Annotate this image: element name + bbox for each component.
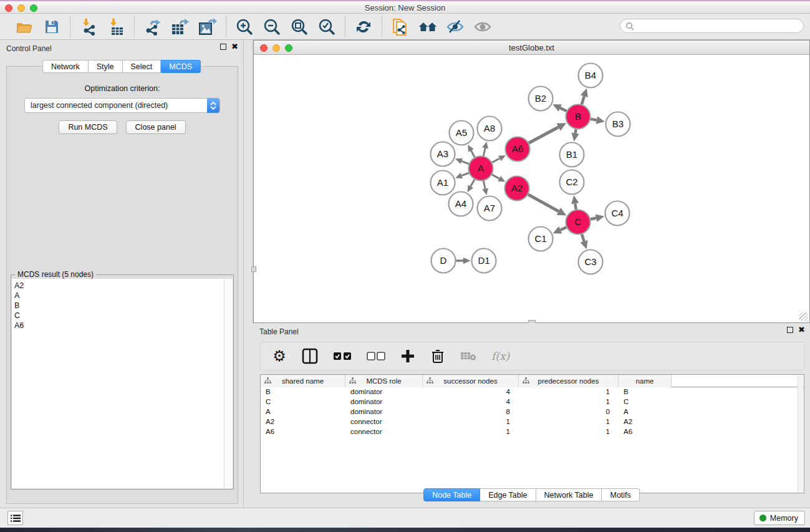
result-scrollbar[interactable] xyxy=(224,279,233,488)
zoom-fit-icon[interactable] xyxy=(290,17,309,36)
graph-edge-A-A1[interactable] xyxy=(461,173,469,175)
mcds-result-list[interactable]: A2ABCA6 xyxy=(12,279,224,488)
result-item-b[interactable]: B xyxy=(14,301,224,311)
delete-table-icon[interactable] xyxy=(460,347,476,365)
search-input[interactable] xyxy=(637,22,803,31)
close-panel-button[interactable]: Close panel xyxy=(126,120,186,134)
table-row-A[interactable]: Adominator80A xyxy=(261,407,804,417)
tab-mcds[interactable]: MCDS xyxy=(161,60,201,73)
graph-edge-A2-C[interactable] xyxy=(528,195,559,211)
tab-network-table[interactable]: Network Table xyxy=(536,488,602,501)
table-settings-gear-icon[interactable]: ⚙ xyxy=(272,347,287,365)
cell-name[interactable]: A xyxy=(619,407,672,417)
result-item-a2[interactable]: A2 xyxy=(14,281,224,291)
column-header-MCDS-role[interactable]: MCDS role xyxy=(345,375,423,387)
cell-successor-nodes[interactable]: 1 xyxy=(423,427,519,437)
home-icon[interactable] xyxy=(418,17,437,36)
cell-name[interactable]: A6 xyxy=(619,427,672,437)
cell-name[interactable]: A2 xyxy=(619,417,672,427)
tab-edge-table[interactable]: Edge Table xyxy=(480,488,536,501)
function-builder-icon[interactable]: f(x) xyxy=(491,347,509,365)
graph-edge-A-A4[interactable] xyxy=(471,180,475,186)
cell-successor-nodes[interactable]: 4 xyxy=(423,397,519,407)
cell-name[interactable]: C xyxy=(619,397,672,407)
network-window-titlebar[interactable]: testGlobe.txt xyxy=(254,41,809,55)
float-panel-icon[interactable] xyxy=(220,44,226,50)
zoom-in-icon[interactable] xyxy=(235,17,254,36)
result-item-a[interactable]: A xyxy=(14,291,224,301)
column-header-successor-nodes[interactable]: successor nodes xyxy=(423,375,519,387)
network-graph[interactable]: B4B2BB3A8A5A6A3B1AA1C2A2A4A7C4CC1C3DD1 xyxy=(254,55,809,322)
column-header-shared-name[interactable]: shared name xyxy=(261,375,345,387)
network-from-file-icon[interactable] xyxy=(391,17,410,36)
cell-shared-name[interactable]: A2 xyxy=(261,417,345,427)
cell-successor-nodes[interactable]: 1 xyxy=(423,417,519,427)
cell-predecessor-nodes[interactable]: 0 xyxy=(519,407,619,417)
graph-edge-C-C2[interactable] xyxy=(575,203,576,209)
cell-predecessor-nodes[interactable]: 1 xyxy=(519,427,619,437)
result-item-c[interactable]: C xyxy=(14,311,224,321)
import-table-icon[interactable] xyxy=(107,17,125,36)
zoom-selected-icon[interactable] xyxy=(317,17,336,36)
tab-motifs[interactable]: Motifs xyxy=(602,488,639,501)
cell-MCDS-role[interactable]: connector xyxy=(345,427,423,437)
show-graphics-details-icon[interactable] xyxy=(473,17,492,36)
graph-edge-A6-B[interactable] xyxy=(529,127,559,143)
cell-successor-nodes[interactable]: 8 xyxy=(423,407,519,417)
cell-predecessor-nodes[interactable]: 1 xyxy=(519,387,619,397)
cell-predecessor-nodes[interactable]: 1 xyxy=(519,417,619,427)
graph-edge-A-A6[interactable] xyxy=(492,158,499,162)
search-field[interactable] xyxy=(620,19,804,33)
graph-edge-B-B3[interactable] xyxy=(591,119,597,120)
float-table-panel-icon[interactable] xyxy=(787,327,793,333)
node-table[interactable]: shared nameMCDS rolesuccessor nodesprede… xyxy=(260,374,804,493)
export-table-icon[interactable] xyxy=(171,17,190,36)
close-table-panel-icon[interactable]: ✖ xyxy=(798,327,805,333)
graph-edge-C-C4[interactable] xyxy=(591,218,596,220)
table-row-B[interactable]: Bdominator41B xyxy=(261,387,804,397)
graph-edge-C-C3[interactable] xyxy=(582,235,584,241)
split-panel-icon[interactable] xyxy=(302,347,318,365)
graph-edge-A-A3[interactable] xyxy=(461,161,469,163)
column-header-predecessor-nodes[interactable]: predecessor nodes xyxy=(519,375,619,387)
graph-edge-A-A7[interactable] xyxy=(483,181,485,188)
cell-predecessor-nodes[interactable]: 1 xyxy=(519,397,619,407)
tab-style[interactable]: Style xyxy=(89,60,123,73)
cell-shared-name[interactable]: C xyxy=(261,397,345,407)
cell-MCDS-role[interactable]: dominator xyxy=(345,397,423,407)
delete-column-icon[interactable] xyxy=(430,347,445,365)
table-scrollbar[interactable] xyxy=(798,375,803,492)
hide-graphics-details-icon[interactable] xyxy=(446,17,465,36)
table-row-C[interactable]: Cdominator41C xyxy=(261,397,804,407)
cell-MCDS-role[interactable]: dominator xyxy=(345,407,423,417)
network-canvas[interactable]: B4B2BB3A8A5A6A3B1AA1C2A2A4A7C4CC1C3DD1 xyxy=(254,55,809,322)
table-row-A6[interactable]: A6connector11A6 xyxy=(261,427,804,437)
graph-edge-B-B1[interactable] xyxy=(576,129,576,133)
zoom-out-icon[interactable] xyxy=(263,17,281,36)
create-column-icon[interactable] xyxy=(400,347,415,365)
tab-select[interactable]: Select xyxy=(123,60,162,73)
graph-edge-A-A5[interactable] xyxy=(471,150,475,157)
memory-button[interactable]: Memory xyxy=(754,511,805,525)
window-resize-grip-left[interactable] xyxy=(251,266,256,272)
window-resize-grip-corner[interactable] xyxy=(799,312,808,321)
cell-shared-name[interactable]: B xyxy=(261,387,345,397)
graph-edge-C-C1[interactable] xyxy=(561,227,567,230)
refresh-icon[interactable] xyxy=(354,17,373,36)
graph-edge-B-B4[interactable] xyxy=(582,96,584,104)
graph-edge-A-A2[interactable] xyxy=(492,175,499,178)
export-network-icon[interactable] xyxy=(143,17,162,36)
tab-network[interactable]: Network xyxy=(42,60,89,73)
close-panel-icon[interactable]: ✖ xyxy=(231,44,238,50)
result-item-a6[interactable]: A6 xyxy=(14,321,224,331)
graph-edge-A-A8[interactable] xyxy=(483,148,485,156)
export-image-icon[interactable] xyxy=(198,17,217,36)
hide-all-columns-icon[interactable] xyxy=(367,347,385,365)
cell-successor-nodes[interactable]: 4 xyxy=(423,387,519,397)
graph-edge-B-B2[interactable] xyxy=(560,108,566,111)
cell-MCDS-role[interactable]: connector xyxy=(345,417,423,427)
cell-shared-name[interactable]: A6 xyxy=(261,427,345,437)
criterion-dropdown[interactable]: largest connected component (directed) xyxy=(24,98,220,113)
cell-MCDS-role[interactable]: dominator xyxy=(345,387,423,397)
run-mcds-button[interactable]: Run MCDS xyxy=(59,120,117,134)
